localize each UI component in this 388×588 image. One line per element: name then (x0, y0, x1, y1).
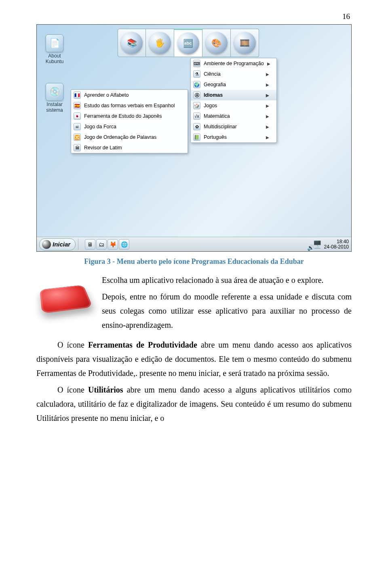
flag-icon: 🇫🇷 (74, 91, 81, 99)
column-icon: 🏛 (74, 144, 81, 151)
quick-launch: 🖥 🗂 🦊 🌐 (85, 239, 129, 250)
desktop-icon-label: About Kubuntu (42, 53, 67, 64)
chevron-right-icon: ▶ (266, 83, 269, 87)
body-text: O ícone Ferramentas de Produtividade abr… (36, 338, 352, 425)
menu-item-multidisciplinar[interactable]: ✿Multidisciplinar▶ (191, 121, 276, 132)
submenu-item-japones[interactable]: 🇯🇵Ferramenta de Estudo do Japonês (71, 111, 188, 121)
clock-date: 24-08-2010 (324, 244, 349, 250)
menu-item-jogos[interactable]: 🎲Jogos▶ (191, 100, 276, 111)
toolbar-button-tvescola[interactable]: 🖐️ (146, 29, 174, 57)
info-icon: 📄 (46, 34, 63, 52)
science-icon: ⚗ (193, 70, 200, 78)
paragraph: Depois, entre no fórum do moodle referen… (102, 290, 352, 332)
paragraph: O ícone Ferramentas de Produtividade abr… (36, 338, 352, 380)
language-icon: Ⓐ (193, 91, 200, 99)
math-icon: √x (193, 113, 200, 120)
start-button-label: Iniciar (53, 241, 70, 248)
main-menu: ⌨Ambiente de Programação▶ ⚗Ciência▶ 🌍Geo… (190, 58, 277, 143)
submenu-item-forca[interactable]: ☠Jogo da Forca (71, 121, 188, 132)
chevron-right-icon: ▶ (266, 114, 269, 119)
toolbar-button-art[interactable]: 🎨 (202, 29, 231, 57)
menu-item-portugues[interactable]: 📗Português▶ (191, 132, 276, 142)
submenu-item-ordenacao[interactable]: 🔀Jogo de Ordenação de Palavras (71, 132, 188, 142)
menu-item-programacao[interactable]: ⌨Ambiente de Programação▶ (191, 58, 276, 69)
chevron-right-icon: ▶ (266, 135, 269, 140)
clock-time: 18:40 (324, 239, 349, 244)
desktop-icon-about[interactable]: 📄 About Kubuntu (42, 34, 67, 64)
toolbar-button-dominio[interactable]: 📚 (118, 29, 146, 57)
chevron-right-icon: ▶ (266, 93, 269, 98)
taskbar: Iniciar 🖥 🗂 🦊 🌐 🖥️ 18:40 24-08-2010 🔊 (37, 237, 351, 251)
red-tile-illustration (36, 276, 93, 320)
chevron-right-icon: ▶ (266, 125, 269, 129)
menu-item-ciencia[interactable]: ⚗Ciência▶ (191, 69, 276, 79)
chevron-right-icon: ▶ (267, 62, 270, 66)
volume-icon[interactable]: 🔊 (307, 244, 314, 251)
desktop-icon-install[interactable]: 💿 Instalar sistema (42, 83, 67, 113)
multi-icon: ✿ (193, 123, 200, 130)
code-icon: ⌨ (193, 60, 200, 67)
desktop-icon-label: Instalar sistema (42, 102, 67, 113)
system-tray: 🖥️ 18:40 24-08-2010 🔊 (313, 239, 349, 249)
menu-item-matematica[interactable]: √xMatemática▶ (191, 111, 276, 121)
edubar-toolbar: 📚 🖐️ 🔤 🎨 🎞️ (118, 29, 259, 57)
globe-icon: 🌍 (193, 81, 200, 88)
ql-files-icon[interactable]: 🗂 (96, 239, 107, 250)
intro-block: Escolha um aplicativo relacionado à sua … (36, 273, 352, 335)
sub-menu-idiomas: 🇫🇷Aprender o Alfabeto 🇪🇸Estudo das forma… (71, 89, 188, 153)
flag-icon: 🇪🇸 (74, 102, 81, 109)
flag-icon: 🇯🇵 (74, 113, 81, 120)
ql-globe-icon[interactable]: 🌐 (119, 239, 129, 250)
page-number: 16 (36, 12, 352, 21)
paragraph: O ícone Utilitários abre um menu dando a… (36, 383, 352, 425)
menu-item-geografia[interactable]: 🌍Geografia▶ (191, 79, 276, 90)
submenu-item-alfabeto[interactable]: 🇫🇷Aprender o Alfabeto (71, 90, 188, 100)
document-page: 16 📄 About Kubuntu 💿 Instalar sistema 📚 … (0, 0, 388, 444)
screenshot-figure: 📄 About Kubuntu 💿 Instalar sistema 📚 🖐️ … (36, 24, 352, 252)
start-button[interactable]: Iniciar (39, 238, 76, 250)
ql-firefox-icon[interactable]: 🦊 (108, 239, 118, 250)
hangman-icon: ☠ (74, 123, 81, 130)
intro-text: Escolha um aplicativo relacionado à sua … (102, 273, 352, 335)
submenu-item-espanhol[interactable]: 🇪🇸Estudo das formas verbais em Espanhol (71, 100, 188, 111)
toolbar-button-abc[interactable]: 🔤 (174, 29, 202, 57)
chevron-right-icon: ▶ (266, 104, 269, 108)
toolbar-button-media[interactable]: 🎞️ (231, 29, 259, 57)
games-icon: 🎲 (193, 102, 200, 109)
paragraph: Escolha um aplicativo relacionado à sua … (102, 273, 352, 287)
disc-icon: 💿 (46, 83, 63, 101)
submenu-item-latim[interactable]: 🏛Revisor de Latim (71, 142, 188, 153)
book-icon: 📗 (193, 134, 200, 141)
clock: 18:40 24-08-2010 (324, 239, 349, 249)
sort-icon: 🔀 (74, 134, 81, 141)
figure-caption: Figura 3 - Menu aberto pelo ícone Progra… (36, 257, 352, 266)
chevron-right-icon: ▶ (266, 72, 269, 76)
menu-item-idiomas[interactable]: ⒶIdiomas▶ (191, 90, 276, 100)
linux-icon (42, 240, 51, 249)
ql-desktop-icon[interactable]: 🖥 (85, 239, 95, 250)
